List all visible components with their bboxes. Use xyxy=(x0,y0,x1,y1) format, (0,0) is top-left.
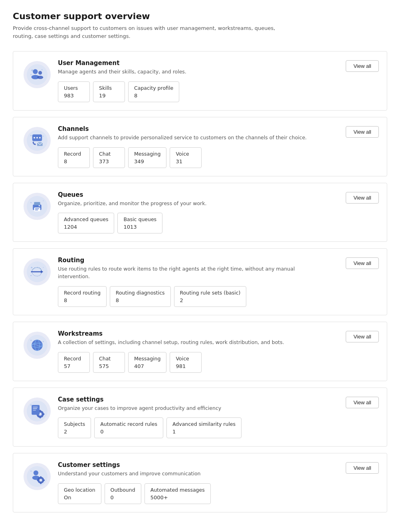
svg-point-52 xyxy=(40,479,42,482)
metric-ws-voice-value: 981 xyxy=(176,363,196,369)
svg-rect-53 xyxy=(40,476,42,478)
metric-ws-chat: Chat 575 xyxy=(93,352,125,373)
routing-icon xyxy=(24,258,51,285)
metric-ws-voice: Voice 981 xyxy=(170,352,202,373)
metric-outbound: Outbound 0 xyxy=(105,483,141,504)
metric-capacity-profile-label: Capacity profile xyxy=(134,85,173,91)
metric-basic-queues-label: Basic queues xyxy=(123,216,156,222)
svg-point-57 xyxy=(30,471,32,472)
user-management-section: User Management Manage agents and their … xyxy=(13,51,387,111)
user-management-view-all[interactable]: View all xyxy=(346,60,379,72)
metric-capacity-profile-value: 8 xyxy=(134,93,173,99)
svg-point-28 xyxy=(30,275,32,276)
routing-title: Routing xyxy=(58,257,339,264)
svg-point-14 xyxy=(30,135,32,136)
metric-record-routing: Record routing 8 xyxy=(58,286,107,307)
svg-rect-19 xyxy=(34,208,40,211)
queues-header: Queues Organize, prioritize, and monitor… xyxy=(58,191,379,208)
customer-settings-view-all[interactable]: View all xyxy=(346,462,379,474)
workstreams-metrics: Record 57 Chat 575 Messaging 407 Voice 9… xyxy=(58,352,379,373)
metric-routing-diagnostics-label: Routing diagnostics xyxy=(116,290,165,296)
metric-auto-record-rules: Automatic record rules 0 xyxy=(94,417,163,438)
queues-view-all[interactable]: View all xyxy=(346,192,379,204)
routing-title-block: Routing Use routing rules to route work … xyxy=(58,257,339,281)
svg-point-4 xyxy=(37,76,43,79)
channels-section: Channels Add support channels to provide… xyxy=(13,117,387,176)
page-title: Customer support overview xyxy=(13,11,387,21)
case-settings-header: Case settings Organize your cases to imp… xyxy=(58,396,379,412)
metric-outbound-value: 0 xyxy=(111,494,135,500)
metric-capacity-profile: Capacity profile 8 xyxy=(128,81,179,102)
metric-users: Users 983 xyxy=(58,81,90,102)
metric-routing-rule-sets-label: Routing rule sets (basic) xyxy=(180,290,241,296)
metric-geo-location-value: On xyxy=(64,494,95,500)
metric-subjects: Subjects 2 xyxy=(58,417,91,438)
channels-desc: Add support channels to provide personal… xyxy=(58,134,313,142)
svg-point-23 xyxy=(30,202,32,203)
metric-routing-diagnostics-value: 8 xyxy=(116,297,165,303)
svg-rect-54 xyxy=(40,483,42,485)
metric-automated-messages: Automated messages 5000+ xyxy=(145,483,211,504)
workstreams-desc: A collection of settings, including chan… xyxy=(58,339,313,346)
metric-record: Record 8 xyxy=(58,147,90,168)
workstreams-body: Workstreams A collection of settings, in… xyxy=(55,330,379,373)
svg-point-11 xyxy=(36,137,38,138)
customer-settings-section: Customer settings Understand your custom… xyxy=(13,453,387,512)
routing-metrics: Record routing 8 Routing diagnostics 8 R… xyxy=(58,286,379,307)
metric-users-label: Users xyxy=(64,85,84,91)
user-management-title-block: User Management Manage agents and their … xyxy=(58,59,339,76)
svg-point-1 xyxy=(33,69,38,74)
customer-settings-title: Customer settings xyxy=(58,461,339,469)
metric-automated-messages-value: 5000+ xyxy=(150,494,205,500)
workstreams-section: Workstreams A collection of settings, in… xyxy=(13,322,387,381)
routing-view-all[interactable]: View all xyxy=(346,257,379,269)
svg-rect-56 xyxy=(43,480,45,481)
metric-ws-messaging-value: 407 xyxy=(134,363,160,369)
metric-chat-label: Chat xyxy=(99,151,119,157)
channels-title: Channels xyxy=(58,125,339,133)
case-settings-title-block: Case settings Organize your cases to imp… xyxy=(58,396,339,412)
customer-settings-icon-area xyxy=(20,461,55,490)
svg-rect-43 xyxy=(32,405,40,414)
channels-header: Channels Add support channels to provide… xyxy=(58,125,379,142)
svg-rect-39 xyxy=(40,409,41,411)
metric-voice-value: 31 xyxy=(176,158,196,164)
metric-basic-queues: Basic queues 1013 xyxy=(117,213,162,233)
queues-desc: Organize, prioritize, and monitor the pr… xyxy=(58,200,313,208)
svg-point-6 xyxy=(42,69,43,70)
workstreams-view-all[interactable]: View all xyxy=(346,331,379,342)
queues-section: Queues Organize, prioritize, and monitor… xyxy=(13,183,387,242)
svg-point-15 xyxy=(43,136,44,136)
svg-rect-21 xyxy=(35,210,38,210)
case-settings-title: Case settings xyxy=(58,396,339,403)
channels-icon xyxy=(24,127,51,154)
metric-chat: Chat 373 xyxy=(93,147,125,168)
user-management-header: User Management Manage agents and their … xyxy=(58,59,379,76)
metric-messaging-value: 349 xyxy=(134,158,160,164)
metric-record-routing-label: Record routing xyxy=(64,290,101,296)
user-management-icon-area xyxy=(20,59,55,88)
metric-auto-record-rules-value: 0 xyxy=(100,429,157,435)
metric-record-value: 8 xyxy=(64,158,84,164)
metric-advanced-queues: Advanced queues 1204 xyxy=(58,213,114,233)
page-subtitle: Provide cross-channel support to custome… xyxy=(13,24,284,40)
metric-ws-record-value: 57 xyxy=(64,363,84,369)
metric-ws-voice-label: Voice xyxy=(176,356,196,362)
svg-rect-45 xyxy=(33,408,37,409)
svg-point-10 xyxy=(34,137,35,138)
svg-rect-44 xyxy=(33,407,38,407)
channels-view-all[interactable]: View all xyxy=(346,126,379,138)
case-settings-icon-area xyxy=(20,396,55,425)
svg-point-5 xyxy=(31,69,33,71)
queues-title-block: Queues Organize, prioritize, and monitor… xyxy=(58,191,339,208)
case-settings-view-all[interactable]: View all xyxy=(346,397,379,408)
routing-desc: Use routing rules to route work items to… xyxy=(58,265,313,281)
metric-ws-messaging-label: Messaging xyxy=(134,356,160,362)
metric-routing-diagnostics: Routing diagnostics 8 xyxy=(110,286,171,307)
channels-metrics: Record 8 Chat 373 Messaging 349 Voice 31 xyxy=(58,147,379,168)
channels-icon-area xyxy=(20,125,55,154)
case-settings-metrics: Subjects 2 Automatic record rules 0 Adva… xyxy=(58,417,379,438)
metric-ws-messaging: Messaging 407 xyxy=(128,352,166,373)
case-settings-section: Case settings Organize your cases to imp… xyxy=(13,388,387,447)
metric-skills-label: Skills xyxy=(99,85,119,91)
